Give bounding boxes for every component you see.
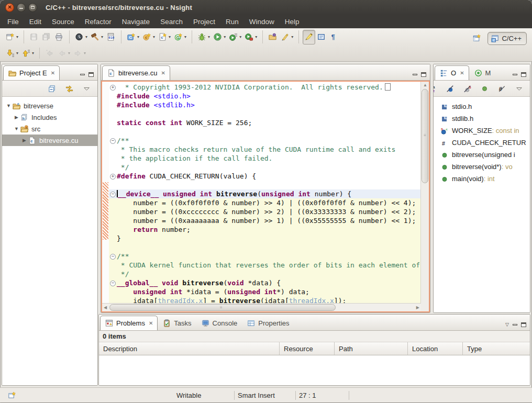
fastview-icon[interactable] [7, 391, 16, 400]
profile-button[interactable]: ▾ [243, 30, 259, 44]
scheduled-build-button[interactable]: ▾ [73, 30, 89, 44]
search-button[interactable]: ▾ [279, 30, 295, 44]
menu-search[interactable]: Search [155, 16, 188, 27]
chevron-down-icon[interactable]: ▾ [68, 51, 70, 55]
column-header-resource[interactable]: Resource [280, 342, 335, 355]
last-edit-location-button[interactable]: * [43, 46, 56, 61]
vertical-scroll-thumb[interactable] [422, 89, 428, 183]
column-header-type[interactable]: Type [463, 342, 530, 355]
tree-item-bitreverse-cu[interactable]: ▶cbitreverse.cu [2, 135, 97, 146]
close-icon[interactable]: ✕ [51, 70, 55, 76]
new-c-project-button[interactable]: C▾ [125, 30, 141, 44]
window-maximize-button[interactable] [28, 3, 37, 12]
chevron-down-icon[interactable]: ▾ [153, 35, 155, 39]
print-button[interactable] [53, 30, 65, 44]
previous-annotation-button[interactable]: ▾ [20, 46, 36, 61]
collapse-all-button[interactable] [46, 81, 58, 96]
fold-collapse-icon[interactable]: − [110, 281, 116, 286]
chevron-down-icon[interactable]: ▾ [137, 35, 139, 39]
chevron-down-icon[interactable]: ▾ [291, 35, 293, 39]
outline-list[interactable]: stdio.hstdlib.hScWORK_SIZE : const in#CU… [434, 97, 530, 312]
chevron-down-icon[interactable]: ▾ [32, 51, 34, 55]
view-menu-button[interactable] [81, 81, 93, 96]
view-menu-button[interactable]: ▽ [505, 322, 509, 327]
maximize-view-button[interactable] [521, 72, 526, 77]
outline-item-bitreverse-void-[interactable]: bitreverse(void*) : vo [434, 161, 530, 173]
save-button[interactable] [28, 30, 40, 44]
new-button[interactable]: ▾ [4, 30, 20, 44]
open-element-button[interactable] [267, 30, 279, 44]
editor-vertical-scrollbar[interactable]: ▲ [420, 82, 429, 311]
horizontal-scroll-thumb[interactable] [109, 304, 336, 311]
build-button[interactable]: ▾ [89, 30, 105, 44]
scroll-up-icon[interactable]: ▲ [423, 83, 427, 87]
hide-non-public-button[interactable] [479, 81, 491, 96]
fold-collapse-icon[interactable]: − [110, 138, 116, 144]
sort-button[interactable]: az [433, 81, 439, 96]
tab-outline[interactable]: O ✕ [435, 65, 469, 80]
menu-file[interactable]: File [2, 16, 24, 27]
menu-run[interactable]: Run [220, 16, 244, 27]
view-menu-button[interactable] [513, 81, 525, 96]
chevron-down-icon[interactable]: ▾ [85, 35, 87, 39]
minimize-view-button[interactable] [513, 324, 517, 326]
link-with-editor-button[interactable] [63, 81, 75, 96]
toggle-highlight-button[interactable] [303, 30, 315, 44]
binary-parser-button[interactable]: 010 [105, 30, 117, 44]
menu-navigate[interactable]: Navigate [117, 16, 155, 27]
show-whitespace-button[interactable]: ¶ [328, 30, 340, 44]
tree-item-bitreverse[interactable]: ▼cbitreverse [2, 100, 97, 111]
editor-horizontal-scrollbar[interactable]: ◀ ▶ [102, 303, 421, 311]
run-button[interactable]: ▾ [212, 30, 227, 44]
new-source-file-button[interactable]: c▾ [157, 30, 172, 44]
tab-problems[interactable]: Problems✕ [100, 316, 158, 330]
chevron-down-icon[interactable]: ▾ [101, 35, 103, 39]
maximize-view-button[interactable] [88, 72, 94, 77]
fold-collapse-icon[interactable]: − [110, 192, 116, 197]
column-header-description[interactable]: Description [99, 342, 280, 355]
tab-project-explorer[interactable]: Project E ✕ [3, 65, 60, 80]
fold-collapse-icon[interactable]: − [110, 254, 116, 260]
tab-make-targets[interactable]: M [469, 65, 496, 80]
chevron-down-icon[interactable]: ▾ [16, 51, 18, 55]
column-header-location[interactable]: Location [408, 342, 463, 355]
menu-project[interactable]: Project [188, 16, 220, 27]
chevron-down-icon[interactable]: ▼ [5, 103, 12, 108]
chevron-down-icon[interactable]: ▾ [255, 35, 257, 39]
tree-item-includes[interactable]: ▶hIncludes [2, 111, 97, 123]
open-perspective-button[interactable] [471, 31, 483, 46]
code-area[interactable]: + * Copyright 1993-2012 NVIDIA Corporati… [109, 82, 420, 311]
menu-window[interactable]: Window [244, 16, 280, 27]
outline-item-main-void-[interactable]: main(void) : int [434, 173, 530, 185]
code-editor[interactable]: + * Copyright 1993-2012 NVIDIA Corporati… [101, 81, 430, 312]
scroll-left-icon[interactable]: ◀ [104, 305, 107, 310]
menu-source[interactable]: Source [47, 16, 80, 27]
chevron-down-icon[interactable]: ▾ [16, 35, 18, 39]
close-icon[interactable]: ✕ [149, 320, 153, 326]
chevron-down-icon[interactable]: ▾ [224, 35, 226, 39]
hide-static-members-button[interactable]: S [461, 81, 473, 96]
hide-inactive-elements-button[interactable]: # [496, 81, 508, 96]
new-class-button[interactable]: c▾ [141, 30, 157, 44]
tab-console[interactable]: Console [196, 316, 242, 330]
folded-region-icon[interactable] [385, 83, 391, 91]
tree-item-src[interactable]: ▼csrc [2, 123, 97, 135]
fold-expand-icon[interactable]: + [110, 174, 116, 180]
chevron-down-icon[interactable]: ▾ [84, 51, 86, 55]
column-header-path[interactable]: Path [335, 342, 408, 355]
menu-edit[interactable]: Edit [24, 16, 47, 27]
maximize-editor-button[interactable] [421, 72, 426, 77]
window-minimize-button[interactable] [17, 3, 26, 12]
chevron-down-icon[interactable]: ▾ [208, 35, 210, 39]
chevron-right-icon[interactable]: ▶ [13, 115, 20, 120]
fold-expand-icon[interactable]: + [110, 85, 116, 91]
chevron-down-icon[interactable]: ▾ [184, 35, 186, 39]
chevron-down-icon[interactable]: ▾ [239, 35, 241, 39]
generate-code-button[interactable]: G▾ [172, 30, 188, 44]
annotation-ruler[interactable] [102, 82, 109, 311]
cpp-perspective-button[interactable]: CC/C++ [487, 32, 527, 45]
outline-item-stdlib-h[interactable]: stdlib.h [434, 113, 530, 125]
menu-help[interactable]: Help [280, 16, 305, 27]
block-selection-button[interactable] [315, 30, 328, 44]
outline-item-stdio-h[interactable]: stdio.h [434, 100, 530, 113]
